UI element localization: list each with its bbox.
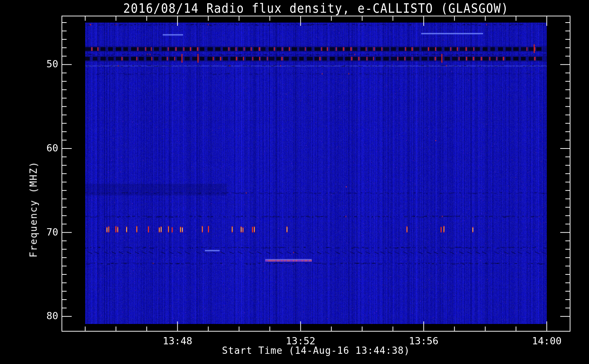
spectrogram-window: 2016/08/14 Radio flux density, e-CALLIST… [0, 0, 589, 364]
y-tick-label: 60 [25, 142, 58, 154]
x-tick-label: 14:00 [532, 335, 561, 347]
x-axis-label: Start Time (14-Aug-16 13:44:38) [62, 345, 570, 356]
x-tick-label: 13:48 [163, 335, 192, 347]
chart-title: 2016/08/14 Radio flux density, e-CALLIST… [62, 0, 570, 16]
y-tick-label: 70 [25, 226, 58, 238]
x-tick-label: 13:52 [286, 335, 315, 347]
spectrogram-canvas [0, 0, 589, 364]
y-axis-label: Frequency (MHZ) [28, 161, 39, 258]
y-tick-label: 80 [25, 310, 58, 321]
y-tick-label: 50 [25, 58, 58, 70]
x-tick-label: 13:56 [409, 335, 438, 347]
